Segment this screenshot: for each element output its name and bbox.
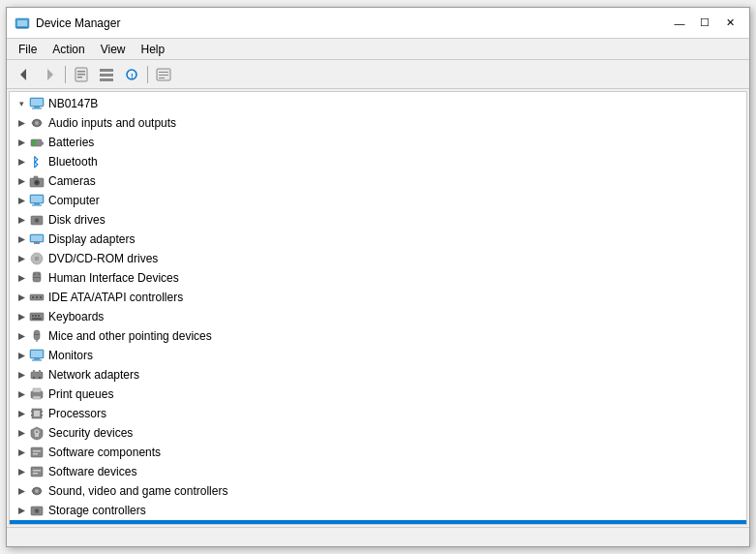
tree-item[interactable]: Network adapters <box>10 365 746 385</box>
tree-content[interactable]: ▾ NB0147B Audio inputs and outputsBatter… <box>9 91 747 525</box>
svg-text:ᛒ: ᛒ <box>32 155 40 169</box>
tree-item[interactable]: Storage controllers <box>10 501 746 520</box>
device-label: Print queues <box>48 387 113 401</box>
svg-rect-62 <box>40 296 42 298</box>
menu-action[interactable]: Action <box>45 41 92 58</box>
device-icon <box>29 135 45 150</box>
menu-file[interactable]: File <box>11 41 45 58</box>
device-label: Software devices <box>48 465 136 478</box>
close-button[interactable]: ✕ <box>718 14 741 33</box>
svg-rect-8 <box>77 77 82 78</box>
device-icon <box>29 231 45 247</box>
svg-point-57 <box>38 273 40 275</box>
svg-rect-9 <box>100 69 113 72</box>
svg-rect-28 <box>32 140 36 145</box>
expand-icon <box>14 425 29 441</box>
forward-button[interactable] <box>38 64 61 85</box>
tree-item[interactable]: Monitors <box>10 346 746 365</box>
tree-item[interactable]: Mice and other pointing devices <box>10 326 746 346</box>
svg-rect-16 <box>159 75 168 76</box>
view-button[interactable] <box>95 64 118 85</box>
svg-rect-21 <box>32 108 42 109</box>
root-label: NB0147B <box>48 97 98 110</box>
tree-item[interactable]: Software components <box>10 443 746 462</box>
status-bar <box>7 527 749 546</box>
svg-rect-48 <box>34 242 40 244</box>
tree-item[interactable]: Processors <box>10 404 746 423</box>
tree-item[interactable]: Print queues <box>10 385 746 404</box>
svg-marker-98 <box>18 449 25 456</box>
tree-item[interactable]: Cameras <box>10 171 746 191</box>
expand-icon <box>14 367 29 383</box>
svg-marker-53 <box>18 275 25 282</box>
tree-item[interactable]: Disk drives <box>10 210 746 230</box>
expand-icon <box>14 406 29 421</box>
title-bar-controls: — ☐ ✕ <box>668 14 741 33</box>
svg-marker-102 <box>18 469 25 476</box>
svg-marker-69 <box>18 333 25 340</box>
expand-icon <box>14 290 29 305</box>
tree-root[interactable]: ▾ NB0147B <box>10 94 746 113</box>
svg-marker-41 <box>18 217 25 224</box>
svg-rect-104 <box>33 470 41 472</box>
svg-marker-45 <box>18 236 25 243</box>
svg-marker-84 <box>18 391 25 398</box>
tree-item[interactable]: Sound, video and game controllers <box>10 481 746 501</box>
svg-point-112 <box>36 510 38 512</box>
svg-marker-88 <box>18 411 25 417</box>
menu-help[interactable]: Help <box>134 41 173 58</box>
svg-rect-81 <box>39 370 41 373</box>
expand-icon <box>14 503 29 518</box>
tree-item[interactable]: DVD/CD-ROM drives <box>10 249 746 268</box>
svg-rect-94 <box>42 415 44 416</box>
device-label: Computer <box>48 194 100 207</box>
svg-marker-25 <box>18 139 25 146</box>
svg-marker-4 <box>47 69 53 80</box>
tree-item[interactable]: Keyboards <box>10 307 746 326</box>
tree-item[interactable]: System devices <box>10 520 746 525</box>
expand-icon <box>14 483 29 499</box>
device-icon <box>29 406 45 421</box>
svg-marker-36 <box>18 198 25 204</box>
device-label: DVD/CD-ROM drives <box>48 252 158 265</box>
update-button[interactable]: ! <box>120 64 143 85</box>
svg-marker-49 <box>18 256 25 262</box>
menu-view[interactable]: View <box>93 41 134 58</box>
svg-marker-63 <box>18 314 25 321</box>
svg-rect-93 <box>42 411 44 413</box>
tree-item[interactable]: Batteries <box>10 133 746 152</box>
show-hidden-button[interactable] <box>152 64 175 85</box>
svg-rect-79 <box>31 372 43 379</box>
tree-items: Audio inputs and outputsBatteriesᛒBlueto… <box>10 113 746 525</box>
svg-point-52 <box>36 258 38 260</box>
tree-item[interactable]: Software devices <box>10 462 746 481</box>
device-label: Processors <box>48 407 106 420</box>
tree-item[interactable]: ᛒBluetooth <box>10 152 746 171</box>
svg-rect-27 <box>42 142 44 145</box>
device-icon <box>29 348 45 363</box>
expand-icon <box>14 464 29 479</box>
device-label: Mice and other pointing devices <box>48 329 212 343</box>
expand-icon <box>14 328 29 344</box>
svg-marker-106 <box>18 488 25 495</box>
device-icon <box>29 483 45 499</box>
device-icon: ᛒ <box>29 154 45 169</box>
tree-item[interactable]: Computer <box>10 191 746 210</box>
tree-item[interactable]: Audio inputs and outputs <box>10 113 746 133</box>
svg-rect-68 <box>32 318 42 320</box>
minimize-button[interactable]: — <box>668 14 691 33</box>
device-icon <box>29 251 45 266</box>
back-button[interactable] <box>13 64 36 85</box>
properties-button[interactable] <box>70 64 93 85</box>
tree-item[interactable]: Security devices <box>10 423 746 443</box>
svg-rect-1 <box>17 20 27 26</box>
svg-rect-80 <box>33 370 35 373</box>
tree-item[interactable]: Display adapters <box>10 230 746 249</box>
tree-item[interactable]: IDE ATA/ATAPI controllers <box>10 288 746 307</box>
maximize-button[interactable]: ☐ <box>693 14 716 33</box>
expand-icon <box>14 135 29 150</box>
tree-item[interactable]: Human Interface Devices <box>10 268 746 288</box>
device-icon <box>29 193 45 208</box>
expand-icon <box>14 231 29 247</box>
svg-rect-100 <box>33 450 41 452</box>
